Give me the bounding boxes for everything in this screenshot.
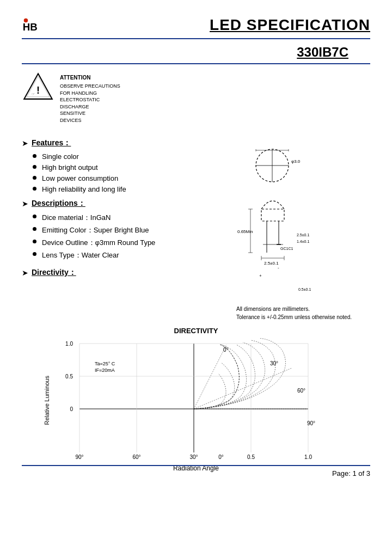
features-arrow-icon: ➤ — [22, 139, 28, 148]
svg-text:0.65Min: 0.65Min — [237, 229, 253, 234]
attention-line-2: FOR HANDLING — [60, 90, 120, 97]
list-item: High bright output — [33, 163, 212, 172]
list-item: Single color — [33, 152, 212, 161]
bullet-icon — [33, 252, 36, 256]
page-footer: Page: 1 of 3 — [22, 465, 370, 477]
logo-icon: HB — [22, 17, 37, 33]
attention-text: ATTENTION OBSERVE PRECAUTIONS FOR HANDLI… — [60, 74, 120, 124]
feature-item-3: Low power consumption — [42, 174, 118, 182]
descriptions-arrow-icon: ➤ — [22, 199, 28, 208]
svg-text:!: ! — [36, 84, 40, 96]
svg-text:0: 0 — [70, 406, 73, 412]
bullet-icon — [33, 227, 36, 231]
list-item: Emitting Color：Super Bright Blue — [33, 225, 212, 235]
svg-text:1.0: 1.0 — [304, 454, 312, 460]
svg-text:1.0: 1.0 — [65, 341, 73, 347]
bullet-icon — [33, 187, 36, 191]
list-item: Lens Type：Water Clear — [33, 250, 212, 260]
svg-text:2.5±0.1: 2.5±0.1 — [264, 261, 279, 266]
attention-line-6: DEVICES — [60, 117, 120, 124]
svg-text:0.5±0.1: 0.5±0.1 — [298, 287, 311, 291]
attention-symbol: ! ☞ — [22, 72, 54, 101]
dimensions-note-line2: Tolerance is +/-0.25mm unless otherwise … — [236, 313, 352, 321]
bullet-icon — [33, 165, 36, 169]
svg-text:GC1C1: GC1C1 — [280, 247, 293, 250]
svg-text:☞: ☞ — [32, 91, 35, 96]
svg-text:φ3.0: φ3.0 — [291, 159, 301, 164]
features-header: ➤ Features： — [22, 138, 212, 148]
main-content: ➤ Features： Single color High bright out… — [22, 133, 370, 321]
led-diagram-svg: φ3.0 — [218, 138, 370, 307]
part-number-row: 330IB7C — [22, 45, 370, 64]
attention-line-3: ELECTROSTATIC — [60, 96, 120, 103]
svg-text:30°: 30° — [189, 454, 198, 460]
left-column: ➤ Features： Single color High bright out… — [22, 133, 218, 321]
attention-line-1: OBSERVE PRECAUTIONS — [60, 83, 120, 90]
page-header: HB LED SPECIFICATION — [22, 16, 370, 39]
part-number: 330IB7C — [297, 45, 348, 60]
led-diagram: φ3.0 — [218, 138, 370, 302]
y-axis-label: Relative Luminous — [44, 376, 50, 425]
bullet-icon — [33, 154, 36, 158]
descriptions-title: Descriptions： — [32, 199, 85, 209]
svg-text:90°: 90° — [75, 454, 83, 460]
svg-text:-: - — [278, 265, 279, 270]
svg-text:60°: 60° — [132, 454, 140, 460]
features-list: Single color High bright output Low powe… — [22, 152, 212, 193]
logo: HB — [22, 17, 37, 33]
svg-text:60°: 60° — [297, 388, 305, 394]
warning-triangle-icon: ! ☞ — [22, 72, 54, 101]
right-column: φ3.0 — [218, 133, 370, 321]
svg-rect-13 — [261, 209, 284, 221]
svg-text:IF=20mA: IF=20mA — [95, 368, 115, 373]
bullet-icon — [33, 176, 36, 180]
desc-item-2: Emitting Color：Super Bright Blue — [42, 225, 149, 235]
dimensions-note: All dimensions are millimeters. Toleranc… — [236, 305, 352, 321]
svg-text:Ta=25° C: Ta=25° C — [95, 361, 115, 366]
desc-item-3: Device Outline：φ3mm Round Type — [42, 238, 155, 248]
list-item: High reliability and long life — [33, 185, 212, 193]
attention-section: ! ☞ ATTENTION OBSERVE PRECAUTIONS FOR HA… — [22, 72, 370, 124]
feature-item-1: Single color — [42, 152, 79, 161]
svg-text:+: + — [259, 273, 262, 278]
svg-text:2.5±0.1: 2.5±0.1 — [297, 233, 309, 237]
descriptions-header: ➤ Descriptions： — [22, 199, 212, 209]
bullet-icon — [33, 240, 36, 243]
bullet-icon — [33, 215, 36, 218]
header-title: LED SPECIFICATION — [210, 16, 370, 34]
directivity-chart-container: DIRECTIVITY Relative Luminous — [22, 327, 370, 472]
svg-text:90°: 90° — [307, 420, 315, 426]
list-item: Low power consumption — [33, 174, 212, 182]
svg-text:1.4±0.1: 1.4±0.1 — [297, 240, 309, 243]
svg-text:0°: 0° — [218, 454, 224, 460]
svg-text:0.5: 0.5 — [65, 374, 73, 379]
directivity-header: ➤ Directivity： — [22, 268, 212, 278]
attention-line-4: DISCHARGE — [60, 103, 120, 111]
svg-text:30°: 30° — [270, 360, 278, 366]
list-item: Device Outline：φ3mm Round Type — [33, 238, 212, 248]
feature-item-4: High reliability and long life — [42, 185, 126, 193]
page-number: Page: 1 of 3 — [332, 469, 370, 477]
descriptions-list: Dice material：InGaN Emitting Color：Super… — [22, 213, 212, 260]
list-item: Dice material：InGaN — [33, 213, 212, 223]
features-title: Features： — [32, 138, 71, 148]
directivity-chart-svg: 0 0.5 1.0 90° 60° 30° 0° 0.5 1.0 0° 30° … — [52, 338, 324, 463]
chart-title: DIRECTIVITY — [174, 327, 218, 335]
desc-item-1: Dice material：InGaN — [42, 213, 111, 223]
attention-title: ATTENTION — [60, 74, 120, 82]
directivity-title: Directivity： — [32, 268, 76, 278]
feature-item-2: High bright output — [42, 163, 98, 172]
svg-text:HB: HB — [23, 21, 37, 33]
directivity-arrow-icon: ➤ — [22, 268, 28, 277]
desc-item-4: Lens Type：Water Clear — [42, 250, 119, 260]
attention-line-5: SENSITIVE — [60, 110, 120, 117]
svg-text:0.5: 0.5 — [247, 454, 255, 460]
